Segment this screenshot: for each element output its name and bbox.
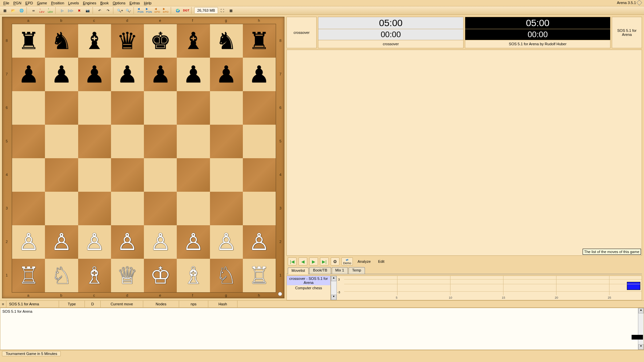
nav-first-icon[interactable]: |◀	[288, 257, 297, 265]
pin-icon[interactable]	[637, 0, 642, 5]
square-h8[interactable]: ♜	[243, 24, 276, 58]
square-b1[interactable]: ♘	[45, 259, 78, 292]
square-a3[interactable]	[12, 192, 45, 225]
tb-infinity-icon[interactable]: ∞	[30, 7, 38, 14]
square-c7[interactable]: ♟	[78, 58, 111, 91]
piece-P[interactable]: ♙	[117, 230, 138, 254]
tb-board-icon[interactable]: ▦	[1, 7, 9, 14]
piece-R[interactable]: ♖	[18, 264, 39, 287]
square-a7[interactable]: ♟	[12, 58, 45, 91]
square-e5[interactable]	[144, 125, 177, 158]
chess-board[interactable]: ♜♞♝♛♚♝♞♜♟♟♟♟♟♟♟♟♙♙♙♙♙♙♙♙♖♘♗♕♔♗♘♖ aabbccd…	[2, 17, 284, 298]
piece-B[interactable]: ♗	[183, 264, 204, 287]
menu-pgn[interactable]: PGN	[11, 1, 23, 5]
piece-P[interactable]: ♙	[183, 230, 204, 254]
piece-P[interactable]: ♙	[249, 230, 270, 254]
square-a6[interactable]	[12, 91, 45, 125]
tb-lev-up-icon[interactable]: ↑LEV	[46, 7, 54, 14]
tb-snapshot-icon[interactable]: 📷	[84, 7, 92, 14]
square-a1[interactable]: ♖	[12, 259, 45, 292]
square-d7[interactable]: ♟	[111, 58, 144, 91]
nav-next-icon[interactable]: ▶	[309, 257, 318, 265]
piece-P[interactable]: ♙	[51, 230, 72, 254]
menu-epd[interactable]: EPD	[23, 1, 35, 5]
square-d2[interactable]: ♙	[111, 225, 144, 259]
piece-p[interactable]: ♟	[51, 63, 72, 86]
piece-k[interactable]: ♚	[150, 29, 171, 53]
tb-dgt-icon[interactable]: DGT	[182, 7, 190, 14]
square-a5[interactable]	[12, 125, 45, 158]
tab-mix1[interactable]: Mix 1	[332, 267, 348, 274]
square-b6[interactable]	[45, 91, 78, 125]
square-d6[interactable]	[111, 91, 144, 125]
square-b5[interactable]	[45, 125, 78, 158]
square-c4[interactable]	[78, 158, 111, 192]
square-f1[interactable]: ♗	[177, 259, 210, 292]
square-e8[interactable]: ♚	[144, 24, 177, 58]
nav-gear-icon[interactable]: ⚙	[331, 257, 339, 265]
square-g5[interactable]	[210, 125, 243, 158]
nav-prev-icon[interactable]: ◀	[299, 257, 307, 265]
square-c3[interactable]	[78, 192, 111, 225]
tb-play-icon[interactable]: ▷	[58, 7, 66, 14]
eval-graph[interactable]: 3-3510152025	[337, 276, 642, 300]
square-c6[interactable]	[78, 91, 111, 125]
menu-extras[interactable]: Extras	[127, 1, 142, 5]
square-d5[interactable]	[111, 125, 144, 158]
analyze-button[interactable]: Analyze	[355, 259, 373, 264]
square-h5[interactable]	[243, 125, 276, 158]
tb-lev-down-icon[interactable]: ↓LEV	[38, 7, 46, 14]
square-c8[interactable]: ♝	[78, 24, 111, 58]
square-b4[interactable]	[45, 158, 78, 192]
piece-p[interactable]: ♟	[18, 63, 39, 86]
piece-r[interactable]: ♜	[18, 29, 39, 53]
square-g6[interactable]	[210, 91, 243, 125]
square-f4[interactable]	[177, 158, 210, 192]
square-f6[interactable]	[177, 91, 210, 125]
square-c5[interactable]	[78, 125, 111, 158]
piece-p[interactable]: ♟	[150, 63, 171, 86]
scroll-down-icon[interactable]: ▼	[638, 344, 644, 350]
tb-pgn-next-icon[interactable]: ▶PGN	[145, 7, 153, 14]
square-a2[interactable]: ♙	[12, 225, 45, 259]
piece-K[interactable]: ♔	[150, 264, 171, 287]
tb-globe-icon[interactable]: 🌐	[17, 7, 25, 14]
engine-toggle-icon[interactable]: ≡	[0, 301, 6, 307]
piece-P[interactable]: ♙	[84, 230, 105, 254]
square-h1[interactable]: ♖	[243, 259, 276, 292]
piece-P[interactable]: ♙	[216, 230, 237, 254]
square-h2[interactable]: ♙	[243, 225, 276, 259]
tb-redo-icon[interactable]: ↷	[104, 7, 112, 14]
engine-output-scrollbar[interactable]: ▲ ▼	[638, 308, 644, 350]
menu-engines[interactable]: Engines	[81, 1, 98, 5]
game-list[interactable]: crossover - SOS 5.1 for Arena Computer c…	[287, 276, 331, 300]
scroll-up-icon[interactable]: ▲	[638, 308, 644, 313]
tb-grid-icon[interactable]: ▦	[227, 7, 235, 14]
piece-B[interactable]: ♗	[84, 264, 105, 287]
piece-n[interactable]: ♞	[216, 29, 237, 53]
menu-game[interactable]: Game	[35, 1, 49, 5]
menu-position[interactable]: Position	[49, 1, 66, 5]
move-list[interactable]: The list of the moves of this game	[286, 50, 642, 256]
piece-p[interactable]: ♟	[249, 63, 270, 86]
square-d8[interactable]: ♛	[111, 24, 144, 58]
square-f2[interactable]: ♙	[177, 225, 210, 259]
piece-R[interactable]: ♖	[249, 264, 270, 287]
square-g7[interactable]: ♟	[210, 58, 243, 91]
square-h7[interactable]: ♟	[243, 58, 276, 91]
square-a8[interactable]: ♜	[12, 24, 45, 58]
square-b3[interactable]	[45, 192, 78, 225]
square-g8[interactable]: ♞	[210, 24, 243, 58]
piece-n[interactable]: ♞	[51, 29, 72, 53]
piece-q[interactable]: ♛	[117, 29, 138, 53]
square-g1[interactable]: ♘	[210, 259, 243, 292]
square-b7[interactable]: ♟	[45, 58, 78, 91]
game-list-scrollbar[interactable]: ▲ ▼	[331, 276, 337, 300]
square-g2[interactable]: ♙	[210, 225, 243, 259]
menu-options[interactable]: Options	[111, 1, 127, 5]
menu-help[interactable]: Help	[142, 1, 154, 5]
scroll-up-icon[interactable]: ▲	[331, 276, 336, 281]
square-f8[interactable]: ♝	[177, 24, 210, 58]
piece-b[interactable]: ♝	[84, 29, 105, 53]
square-b8[interactable]: ♞	[45, 24, 78, 58]
